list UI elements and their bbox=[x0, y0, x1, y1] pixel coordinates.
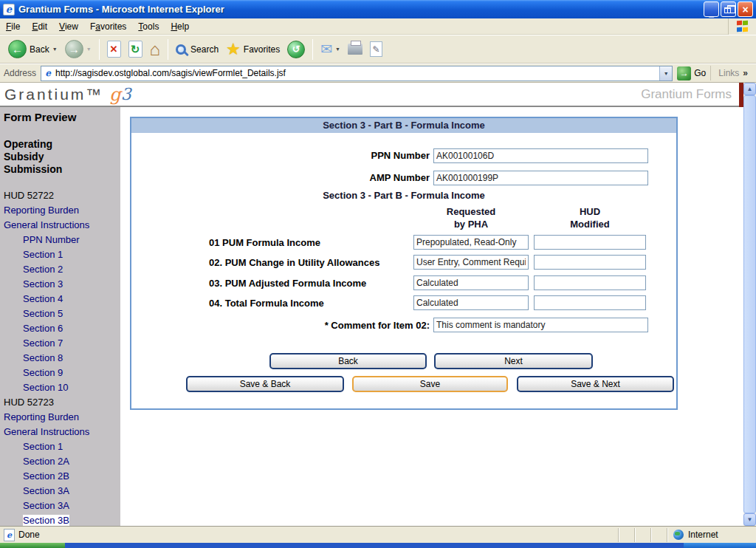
sidebar-item-section-6[interactable]: Section 6 bbox=[4, 321, 120, 336]
sidebar-item-section-3b[interactable]: Section 3B bbox=[4, 513, 120, 526]
taskbar bbox=[0, 543, 756, 548]
go-label: Go bbox=[694, 68, 706, 78]
favorites-button[interactable]: ★ Favorites bbox=[222, 40, 284, 59]
back-icon: ← bbox=[8, 40, 27, 58]
menu-help[interactable]: Help bbox=[165, 20, 195, 33]
ppn-number-label: PPN Number bbox=[131, 148, 430, 163]
menu-file[interactable]: File bbox=[0, 20, 26, 33]
menu-tools[interactable]: Tools bbox=[132, 20, 165, 33]
refresh-button[interactable]: ↻ bbox=[125, 39, 146, 59]
sidebar-item-section-3[interactable]: Section 3 bbox=[4, 277, 120, 292]
search-button[interactable]: Search bbox=[172, 43, 222, 56]
mail-button[interactable]: ✉ ▼ bbox=[317, 39, 344, 59]
sidebar-item-ppn-number[interactable]: PPN Number bbox=[4, 233, 120, 247]
amp-number-input[interactable] bbox=[433, 171, 648, 185]
requested-by-pha-input[interactable] bbox=[413, 235, 529, 250]
scroll-up-icon[interactable]: ▲ bbox=[743, 83, 756, 95]
close-button[interactable]: × bbox=[738, 1, 753, 17]
minimize-button[interactable]: _ bbox=[704, 1, 719, 17]
form-row: 01 PUM Formula Income bbox=[131, 235, 676, 251]
history-button[interactable]: ↺ bbox=[284, 39, 309, 60]
menu-view[interactable]: View bbox=[53, 20, 84, 33]
save-and-next-button[interactable]: Save & Next bbox=[517, 376, 674, 392]
mail-icon: ✉ bbox=[320, 41, 332, 58]
home-button[interactable]: ⌂ bbox=[146, 39, 165, 60]
forward-icon: → bbox=[65, 40, 83, 58]
comment-input[interactable] bbox=[433, 318, 648, 332]
stop-button[interactable]: ✕ bbox=[103, 39, 125, 59]
forward-dropdown-icon[interactable]: ▼ bbox=[86, 47, 92, 52]
hud-modified-input[interactable] bbox=[534, 295, 646, 310]
sidebar-item-section-2a[interactable]: Section 2A bbox=[4, 454, 120, 469]
toolbar-separator bbox=[312, 39, 313, 60]
row-label: 01 PUM Formula Income bbox=[209, 235, 320, 250]
sidebar-item-section-1[interactable]: Section 1 bbox=[4, 439, 120, 454]
menu-favorites[interactable]: Favorites bbox=[84, 20, 132, 33]
sidebar-item-hud-52722: HUD 52722 bbox=[4, 188, 120, 203]
system-tray-fragment bbox=[684, 543, 756, 548]
address-input-box: e ▼ bbox=[41, 66, 673, 81]
mail-dropdown-icon[interactable]: ▼ bbox=[335, 47, 340, 52]
back-button[interactable]: ← Back ▼ bbox=[4, 38, 61, 60]
logo-3: 3 bbox=[121, 85, 131, 103]
links-menu[interactable]: Links » bbox=[710, 66, 752, 81]
forward-button[interactable]: → ▼ bbox=[61, 38, 95, 60]
form-row: 03. PUM Adjusted Formula Income bbox=[131, 275, 676, 292]
sidebar-item-section-3a[interactable]: Section 3A bbox=[4, 499, 120, 513]
requested-by-pha-input[interactable] bbox=[413, 275, 529, 290]
requested-by-pha-input[interactable] bbox=[413, 295, 529, 310]
sidebar-item-section-4[interactable]: Section 4 bbox=[4, 292, 120, 306]
form-row: 02. PUM Change in Utility Allowances bbox=[131, 255, 676, 271]
sidebar-item-section-5[interactable]: Section 5 bbox=[4, 306, 120, 321]
row-label: 04. Total Formula Income bbox=[209, 295, 324, 311]
sidebar-item-section-2b[interactable]: Section 2B bbox=[4, 469, 120, 484]
requested-by-pha-header: Requested by PHA bbox=[413, 205, 529, 230]
go-button[interactable]: → Go bbox=[677, 66, 706, 81]
status-cell bbox=[634, 528, 650, 542]
ppn-number-input[interactable] bbox=[433, 148, 648, 163]
save-button[interactable]: Save bbox=[352, 376, 508, 392]
row-label: 02. PUM Change in Utility Allowances bbox=[209, 255, 379, 270]
sidebar-item-section-3a[interactable]: Section 3A bbox=[4, 484, 120, 499]
next-form-button[interactable]: Next bbox=[434, 353, 593, 369]
ie-window-icon: e bbox=[3, 4, 15, 16]
start-button-fragment[interactable] bbox=[0, 543, 65, 548]
sidebar-item-section-2[interactable]: Section 2 bbox=[4, 262, 120, 277]
sidebar-item-section-7[interactable]: Section 7 bbox=[4, 336, 120, 351]
requested-by-pha-input[interactable] bbox=[413, 255, 529, 270]
ie-document-icon: e bbox=[4, 529, 15, 541]
sidebar-item-section-1[interactable]: Section 1 bbox=[4, 247, 120, 262]
sidebar-item-section-9[interactable]: Section 9 bbox=[4, 366, 120, 380]
save-and-back-button[interactable]: Save & Back bbox=[186, 376, 344, 392]
scroll-down-icon[interactable]: ▼ bbox=[743, 513, 756, 526]
print-button[interactable] bbox=[344, 42, 366, 56]
refresh-icon: ↻ bbox=[128, 41, 142, 58]
vertical-scrollbar[interactable]: ▲ ▼ bbox=[743, 83, 756, 526]
address-input[interactable] bbox=[55, 67, 659, 80]
sidebar-item-reporting-burden[interactable]: Reporting Burden bbox=[4, 410, 120, 425]
edit-page-icon: ✎ bbox=[370, 41, 382, 57]
address-dropdown-button[interactable]: ▼ bbox=[659, 66, 672, 81]
favorites-star-icon: ★ bbox=[226, 41, 241, 58]
status-cell bbox=[618, 528, 634, 542]
restore-button[interactable] bbox=[721, 1, 736, 17]
hud-modified-input[interactable] bbox=[534, 255, 646, 270]
edit-button[interactable]: ✎ bbox=[366, 40, 386, 58]
page-header: Grantium™ g 3 Grantium Forms bbox=[0, 83, 743, 107]
links-chevron-icon[interactable]: » bbox=[743, 68, 748, 78]
sidebar-item-general-instructions[interactable]: General Instructions bbox=[4, 425, 120, 439]
address-label: Address bbox=[4, 68, 36, 78]
sidebar-item-section-10[interactable]: Section 10 bbox=[4, 380, 120, 395]
status-cell bbox=[650, 528, 667, 542]
sidebar-item-reporting-burden[interactable]: Reporting Burden bbox=[4, 203, 120, 218]
sidebar-item-general-instructions[interactable]: General Instructions bbox=[4, 218, 120, 233]
hud-modified-input[interactable] bbox=[534, 235, 646, 250]
sidebar-item-section-8[interactable]: Section 8 bbox=[4, 351, 120, 366]
scrollbar-thumb[interactable] bbox=[743, 95, 756, 513]
back-dropdown-icon[interactable]: ▼ bbox=[52, 47, 58, 52]
back-form-button[interactable]: Back bbox=[269, 353, 427, 369]
hud-modified-input[interactable] bbox=[534, 275, 646, 290]
menu-edit[interactable]: Edit bbox=[26, 20, 53, 33]
history-icon: ↺ bbox=[287, 41, 305, 58]
status-left-cell: e Done bbox=[2, 529, 618, 541]
